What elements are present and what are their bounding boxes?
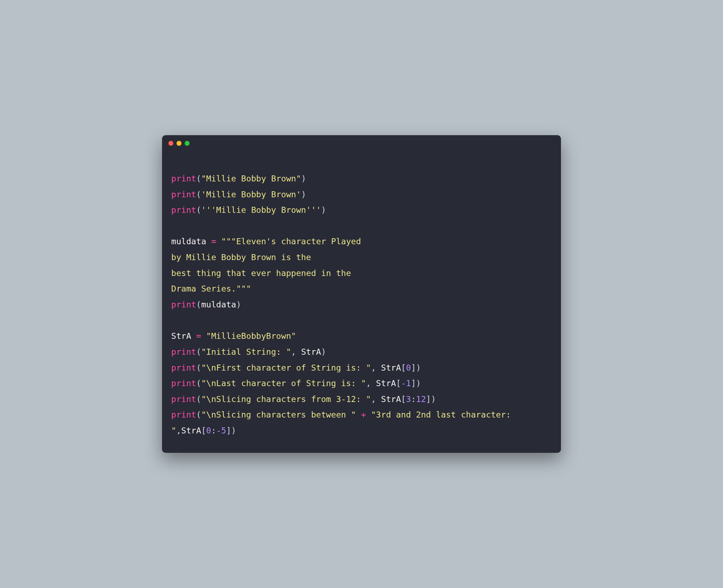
keyword-print: print [171,410,196,420]
code-line: print("Initial String: ", StrA) [171,347,326,357]
bracket-open: [ [401,394,406,404]
paren-open: ( [196,378,201,388]
keyword-print: print [171,378,196,388]
window-titlebar [162,135,561,149]
paren-open: ( [196,394,201,404]
keyword-print: print [171,300,196,310]
string-literal: "\nLast character of String is: " [201,378,366,388]
bracket-close: ] [411,378,416,388]
paren-close: ) [301,190,306,199]
number-literal: 3 [406,394,411,404]
keyword-print: print [171,347,196,357]
operator-assign: = [191,331,206,341]
keyword-print: print [171,190,196,199]
bracket-close: ] [411,363,416,373]
number-literal: 0 [406,363,411,373]
code-line: print("Millie Bobby Brown") [171,174,306,184]
code-line: print(muldata) [171,300,241,310]
code-block: print("Millie Bobby Brown") print('Milli… [162,149,561,453]
paren-close: ) [321,205,326,215]
string-literal: " [171,426,176,436]
paren-open: ( [196,190,201,199]
bracket-open: [ [201,426,206,436]
identifier-muldata: muldata [171,236,206,246]
number-literal: -1 [401,378,411,388]
string-literal: 'Millie Bobby Brown' [201,190,301,199]
number-literal: 12 [416,394,426,404]
bracket-open: [ [396,378,401,388]
identifier-stra: StrA [181,426,201,436]
code-line: print("\nFirst character of String is: "… [171,363,421,373]
paren-open: ( [196,205,201,215]
colon: : [411,394,416,404]
code-line: by Millie Bobby Brown is the [171,252,311,262]
code-line: print('''Millie Bobby Brown''') [171,205,326,215]
comma: , [176,426,181,436]
string-literal: "\nSlicing characters between " [201,410,356,420]
keyword-print: print [171,363,196,373]
operator-plus: + [356,410,371,420]
code-line: print('Millie Bobby Brown') [171,190,306,199]
string-literal: '''Millie Bobby Brown''' [201,205,321,215]
string-literal: "MillieBobbyBrown" [206,331,296,341]
identifier-stra: StrA [171,331,191,341]
code-line: print("\nSlicing characters between " + … [171,410,516,420]
paren-close: ) [431,394,436,404]
comma: , [291,347,301,357]
operator-assign: = [206,236,221,246]
paren-close: ) [236,300,241,310]
string-literal: best thing that ever happened in the [171,268,351,278]
string-literal: "3rd and 2nd last character: [371,410,516,420]
identifier-stra: StrA [381,394,401,404]
string-literal: "\nSlicing characters from 3-12: " [201,394,371,404]
minimize-icon[interactable] [177,141,181,146]
code-line: print("\nLast character of String is: ",… [171,378,421,388]
keyword-print: print [171,394,196,404]
paren-close: ) [416,378,421,388]
paren-close: ) [416,363,421,373]
bracket-open: [ [401,363,406,373]
keyword-print: print [171,174,196,184]
number-literal: 0 [206,426,211,436]
string-literal: "Millie Bobby Brown" [201,174,301,184]
paren-close: ) [231,426,236,436]
comma: , [371,394,381,404]
string-literal: """Eleven's character Played [221,236,361,246]
identifier-muldata: muldata [201,300,236,310]
code-window: print("Millie Bobby Brown") print('Milli… [162,135,561,453]
paren-open: ( [196,300,201,310]
identifier-stra: StrA [381,363,401,373]
blank-line [171,313,552,329]
identifier-stra: StrA [301,347,321,357]
code-line: StrA = "MillieBobbyBrown" [171,331,296,341]
paren-open: ( [196,410,201,420]
paren-open: ( [196,347,201,357]
paren-close: ) [301,174,306,184]
comma: , [371,363,381,373]
string-literal: "\nFirst character of String is: " [201,363,371,373]
number-literal: -5 [216,426,226,436]
code-line: ",StrA[0:-5]) [171,426,236,436]
paren-open: ( [196,363,201,373]
code-line: Drama Series.""" [171,284,251,294]
colon: : [211,426,216,436]
blank-line [171,218,552,234]
keyword-print: print [171,205,196,215]
comma: , [366,378,376,388]
code-line: muldata = """Eleven's character Played [171,236,361,246]
string-literal: Drama Series.""" [171,284,251,294]
bracket-close: ] [426,394,431,404]
zoom-icon[interactable] [185,141,190,146]
string-literal: "Initial String: " [201,347,291,357]
code-line: best thing that ever happened in the [171,268,351,278]
string-literal: by Millie Bobby Brown is the [171,252,311,262]
close-icon[interactable] [168,141,173,146]
bracket-close: ] [226,426,231,436]
paren-open: ( [196,174,201,184]
code-line: print("\nSlicing characters from 3-12: "… [171,394,436,404]
identifier-stra: StrA [376,378,396,388]
paren-close: ) [321,347,326,357]
